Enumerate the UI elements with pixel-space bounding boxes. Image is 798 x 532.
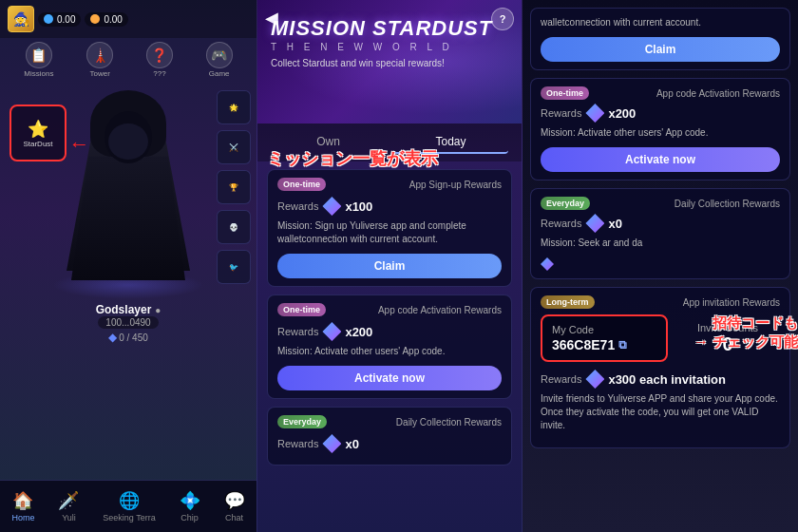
rewards-row-2: Rewards x200 [277, 322, 502, 341]
tower-icon: 🗼 [86, 42, 113, 68]
currency-blue-value: 0.00 [57, 14, 75, 25]
currency-blue: 0.00 [38, 12, 81, 27]
panel-mission: ◀ ? MISSION STARDUST T H E N E W W O R L… [256, 0, 522, 532]
right-type-activation: App code Activation Rewards [656, 88, 780, 99]
tower-label: Tower [90, 69, 110, 78]
badge-everyday-1: Everyday [277, 415, 327, 428]
right-rewards-row-1: Rewards x200 [541, 104, 780, 123]
nav-yuli-label: Yuli [62, 513, 76, 522]
right-crystal-2 [585, 214, 604, 233]
right-reward-label-1: Rewards [541, 107, 581, 119]
currency-gold-value: 0.00 [104, 14, 122, 25]
nav-chip[interactable]: 💠 Chip [180, 490, 200, 522]
terra-icon: 🌐 [119, 490, 140, 511]
mission-title-main: MISSION STARDUST [271, 17, 492, 40]
everyday-crystal [541, 257, 554, 271]
side-icon-3[interactable]: 🏆 [217, 170, 251, 204]
unknown-icon-item[interactable]: ❓ ??? [146, 42, 173, 78]
crystal-icon-1 [322, 197, 341, 216]
tower-icon-item[interactable]: 🗼 Tower [86, 42, 113, 78]
reward-amount-3: x0 [345, 437, 358, 451]
nav-chip-label: Chip [180, 513, 199, 522]
yuli-icon: 🗡️ [58, 490, 79, 511]
side-icon-1[interactable]: 🌟 [217, 90, 251, 124]
mission-subtitle: Collect Stardust and win special rewards… [271, 58, 492, 68]
longterm-rewards-row: Rewards x300 each invitation [541, 370, 780, 389]
right-everyday-header: Everyday Daily Collection Rewards [541, 197, 780, 210]
longterm-mission-desc: Invite friends to Yuliverse APP and shar… [541, 392, 780, 432]
right-card-truncated: walletconnection with current account. C… [530, 8, 790, 70]
longterm-reward-amount: x300 each invitation [608, 372, 726, 387]
rule-button[interactable]: ? [491, 8, 514, 30]
mission-card-everyday-header: Everyday Daily Collection Rewards [277, 415, 502, 428]
claim-button-1[interactable]: Claim [277, 254, 502, 278]
activate-button-1[interactable]: Activate now [277, 366, 502, 390]
game-label: Game [209, 69, 230, 78]
nav-chat[interactable]: 💬 Chat [224, 490, 245, 522]
game-icon-item[interactable]: 🎮 Game [206, 42, 233, 78]
currency-blue-icon [44, 14, 53, 24]
mission-header: ◀ ? MISSION STARDUST T H E N E W W O R L… [257, 0, 522, 124]
right-reward-label-2: Rewards [541, 218, 581, 229]
nav-chat-label: Chat [225, 513, 243, 522]
unknown-label: ??? [153, 69, 165, 78]
right-activate-button[interactable]: Activate now [541, 147, 780, 172]
character-name: Godslayer ● [96, 303, 162, 316]
rewards-row-1: Rewards x100 [277, 197, 502, 216]
copy-icon[interactable]: ⧉ [618, 338, 627, 352]
panel-game: 🧙 0.00 0.00 📋 Missions 🗼 Tower ❓ ??? 🎮 G… [0, 0, 256, 532]
character-id: 100...0490 [98, 316, 158, 329]
nav-terra-label: Seeking Terra [103, 513, 155, 522]
unknown-icon: ❓ [146, 42, 173, 68]
character-area: Godslayer ● 100...0490 ◆ 0 / 450 [52, 90, 204, 344]
game-top-bar: 🧙 0.00 0.00 [0, 0, 256, 38]
right-card-onetime: One-time App code Activation Rewards Rew… [530, 78, 790, 180]
nav-home[interactable]: 🏠 Home [11, 490, 34, 522]
card-type-activation: App code Activation Rewards [378, 305, 502, 315]
badge-onetime-1: One-time [277, 178, 326, 191]
nav-yuli[interactable]: 🗡️ Yuli [58, 490, 79, 522]
right-panel-wrapper: walletconnection with current account. C… [522, 0, 798, 532]
character-stats: ◆ 0 / 450 [108, 331, 148, 344]
side-icons-right: 🌟 ⚔️ 🏆 💀 🐦 [217, 90, 251, 284]
crystal-icon-2 [322, 322, 341, 341]
nav-home-label: Home [11, 513, 34, 522]
side-icon-2[interactable]: ⚔️ [217, 130, 251, 164]
right-badge-onetime: One-time [541, 86, 589, 100]
player-avatar: 🧙 [8, 6, 34, 32]
game-icon-bar: 📋 Missions 🗼 Tower ❓ ??? 🎮 Game [0, 38, 256, 82]
mission-card-signup-header: One-time App Sign-up Rewards [277, 178, 502, 191]
right-type-everyday: Daily Collection Rewards [674, 199, 780, 209]
panel-right: walletconnection with current account. C… [522, 0, 798, 532]
chip-icon: 💠 [180, 490, 200, 511]
card-type-everyday: Daily Collection Rewards [396, 417, 502, 428]
currency-gold: 0.00 [85, 12, 127, 27]
long-term-card: Long-term App invitation Rewards My Code… [530, 287, 790, 448]
mission-card-activation-header: One-time App code Activation Rewards [277, 303, 502, 316]
longterm-type-label: App invitation Rewards [683, 297, 780, 308]
reward-label: Rewards [277, 200, 318, 212]
mission-title-area: MISSION STARDUST T H E N E W W O R L D C… [271, 17, 492, 68]
right-reward-amount-1: x200 [608, 106, 636, 121]
longterm-crystal [585, 370, 604, 389]
right-crystal-1 [585, 104, 604, 123]
right-claim-button[interactable]: Claim [541, 37, 780, 62]
jp-overlay-text: ミッション一覧が表示 [267, 147, 438, 170]
my-code-label: My Code [552, 324, 656, 335]
stardust-icon: ⭐ [28, 119, 48, 140]
reward-amount-1: x100 [345, 200, 372, 214]
card-type-signup: App Sign-up Rewards [409, 180, 502, 190]
my-code-value: 366C8E71 ⧉ [552, 337, 656, 352]
side-icon-4[interactable]: 💀 [217, 210, 251, 244]
nav-terra[interactable]: 🌐 Seeking Terra [103, 490, 155, 522]
longterm-header: Long-term App invitation Rewards [541, 295, 780, 309]
right-reward-amount-2: x0 [608, 217, 621, 231]
missions-icon-item[interactable]: 📋 Missions [24, 42, 53, 78]
side-icon-5[interactable]: 🐦 [217, 250, 251, 284]
stardust-label: StarDust [23, 140, 52, 148]
everyday-extra-row [541, 257, 780, 271]
right-mission-desc-1: Mission: Activate other users' App code. [541, 126, 780, 140]
reward-label-2: Rewards [277, 326, 318, 337]
currency-gold-icon [90, 14, 100, 24]
mission-scroll: One-time App Sign-up Rewards Rewards x10… [257, 162, 522, 532]
